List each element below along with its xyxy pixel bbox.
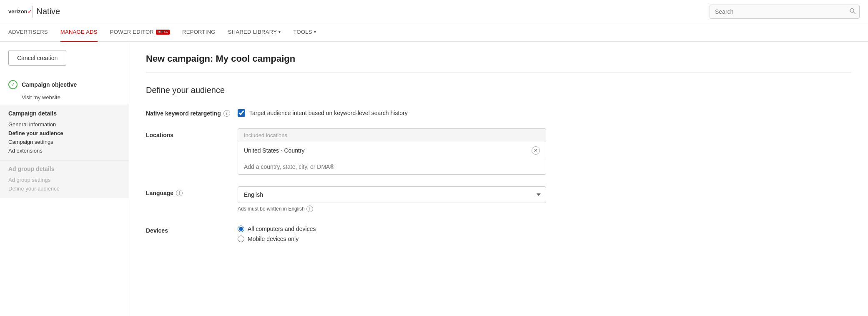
native-keyword-control: Target audience intent based on keyword-… <box>238 107 546 117</box>
location-add-input[interactable] <box>238 159 546 174</box>
location-text: United States - Country <box>244 147 305 154</box>
nav-item-power-editor[interactable]: POWER EDITOR BETA <box>110 23 170 42</box>
nav-item-advertisers[interactable]: ADVERTISERS <box>8 23 48 42</box>
sidebar-link-ad-extensions[interactable]: Ad extensions <box>8 146 120 155</box>
verizon-text: verizon <box>8 8 28 15</box>
device-label-mobile: Mobile devices only <box>248 236 299 242</box>
ad-group-details-title: Ad group details <box>8 166 120 172</box>
section-title: Define your audience <box>146 85 851 95</box>
sidebar-link-ad-group-settings: Ad group settings <box>8 176 120 184</box>
location-remove-button[interactable]: ✕ <box>532 146 540 155</box>
beta-badge: BETA <box>156 30 170 35</box>
device-radio-mobile[interactable] <box>238 236 244 242</box>
sidebar-link-general-info[interactable]: General information <box>8 120 120 129</box>
search-icon <box>850 8 855 15</box>
campaign-objective-subtitle: Visit my website <box>0 93 129 105</box>
nav-item-reporting[interactable]: REPORTING <box>182 23 216 42</box>
language-info-icon[interactable]: i <box>176 190 183 196</box>
devices-control: All computers and devices Mobile devices… <box>238 224 546 246</box>
sidebar-link-ad-group-audience: Define your audience <box>8 184 120 193</box>
language-hint: Ads must be written in English i <box>238 206 546 212</box>
devices-row: Devices All computers and devices Mobile… <box>146 224 546 246</box>
sidebar-campaign-objective[interactable]: ✓ Campaign objective <box>0 76 129 93</box>
device-option-all: All computers and devices <box>238 226 546 232</box>
locations-control: Included locations United States - Count… <box>238 128 546 175</box>
chevron-down-icon: ▾ <box>314 30 316 34</box>
verizon-logo: verizon ✓ <box>8 8 32 15</box>
completed-check-icon: ✓ <box>8 80 18 89</box>
native-keyword-info-icon[interactable]: i <box>223 110 230 117</box>
search-bar <box>710 5 860 19</box>
svg-line-1 <box>853 12 855 13</box>
sidebar-link-define-audience[interactable]: Define your audience <box>8 129 120 138</box>
locations-row: Locations Included locations United Stat… <box>146 128 546 175</box>
location-header: Included locations <box>238 129 546 142</box>
language-select[interactable]: English Spanish French German <box>238 186 546 203</box>
search-input[interactable] <box>710 5 860 19</box>
native-keyword-checkbox-row: Target audience intent based on keyword-… <box>238 107 546 117</box>
campaign-details-section: Campaign details General information Def… <box>0 105 129 160</box>
devices-label: Devices <box>146 224 238 234</box>
native-keyword-row: Native keyword retargeting i Target audi… <box>146 107 546 117</box>
main-content: New campaign: My cool campaign Define yo… <box>129 42 868 316</box>
device-label-all: All computers and devices <box>248 226 316 232</box>
native-keyword-checkbox-label: Target audience intent based on keyword-… <box>249 110 408 116</box>
logo-divider <box>32 6 33 18</box>
app-title: Native <box>37 7 60 16</box>
nav-bar: ADVERTISERS MANAGE ADS POWER EDITOR BETA… <box>0 23 868 42</box>
device-radio-all[interactable] <box>238 226 244 232</box>
language-row: Language i English Spanish French German… <box>146 186 546 212</box>
verizon-checkmark: ✓ <box>28 8 32 15</box>
native-keyword-checkbox[interactable] <box>238 109 245 117</box>
sidebar-link-campaign-settings[interactable]: Campaign settings <box>8 138 120 146</box>
sidebar: Cancel creation ✓ Campaign objective Vis… <box>0 42 129 316</box>
header: verizon ✓ Native <box>0 0 868 23</box>
device-option-mobile: Mobile devices only <box>238 236 546 242</box>
language-label: Language i <box>146 186 238 196</box>
campaign-details-title: Campaign details <box>8 110 120 117</box>
nav-item-tools[interactable]: TOOLS ▾ <box>293 23 316 42</box>
nav-item-shared-library[interactable]: SHARED LIBRARY ▾ <box>228 23 281 42</box>
page-layout: Cancel creation ✓ Campaign objective Vis… <box>0 42 868 316</box>
language-hint-info-icon[interactable]: i <box>306 206 313 212</box>
ad-group-details-section: Ad group details Ad group settings Defin… <box>0 160 129 198</box>
locations-label: Locations <box>146 128 238 138</box>
page-title: New campaign: My cool campaign <box>146 53 851 73</box>
campaign-objective-title: Campaign objective <box>22 81 77 88</box>
nav-item-manage-ads[interactable]: MANAGE ADS <box>60 23 98 42</box>
devices-radio-group: All computers and devices Mobile devices… <box>238 224 546 242</box>
location-box: Included locations United States - Count… <box>238 128 546 175</box>
native-keyword-label: Native keyword retargeting i <box>146 107 238 117</box>
cancel-creation-button[interactable]: Cancel creation <box>8 50 66 66</box>
logo-area: verizon ✓ Native <box>8 6 60 18</box>
chevron-down-icon: ▾ <box>278 30 281 34</box>
language-control: English Spanish French German Ads must b… <box>238 186 546 212</box>
location-item: United States - Country ✕ <box>238 142 546 159</box>
